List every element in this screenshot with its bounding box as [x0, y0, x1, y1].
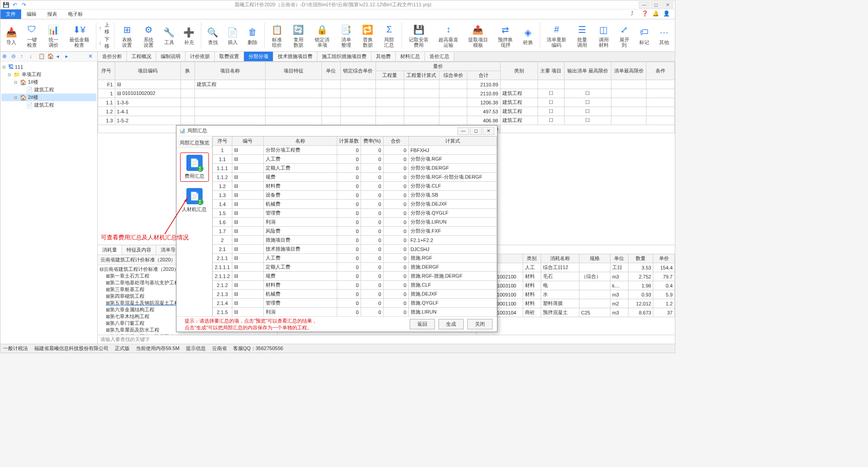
opt-fee-summary[interactable]: 📄 费用汇总: [180, 153, 209, 182]
ribbon-bid[interactable]: ◈砼换: [519, 25, 537, 46]
subtab-3[interactable]: 计价依据: [185, 52, 215, 61]
user-icon[interactable]: 👤: [663, 10, 671, 18]
menu-ebid[interactable]: 电子标: [63, 9, 88, 19]
qat-redo-icon[interactable]: ↷: [20, 1, 27, 9]
subtab-6[interactable]: 技术措施项目费: [273, 52, 317, 61]
ribbon-up[interactable]: ↑上移: [99, 22, 111, 35]
material-row[interactable]: 68021003104商砼预拌混凝土C25m38.67337: [477, 308, 675, 317]
tree-home-icon[interactable]: 🏠: [47, 53, 54, 60]
ribbon-adjmat[interactable]: ◫调用材料: [594, 22, 614, 49]
grid-row[interactable]: F1⊟ 建筑工程2110.89: [98, 80, 675, 89]
ribbon-meminst[interactable]: 💾记取安装 费用: [405, 22, 433, 49]
menu-file[interactable]: 文件: [0, 9, 21, 19]
ribbon-syscfg[interactable]: ⚙系统设置: [139, 22, 158, 49]
search-bar[interactable]: 请输入要查找的关键字: [98, 335, 675, 344]
subtab-2[interactable]: 编制说明: [156, 52, 185, 61]
notify-icon[interactable]: 🔔: [652, 10, 660, 18]
tree-b2c[interactable]: 📄建筑工程: [1, 101, 96, 109]
ribbon-down[interactable]: ↓下移: [99, 36, 111, 49]
tree-copy-icon[interactable]: 📋: [38, 53, 45, 60]
material-row[interactable]: 1人工综合工日12工日3.53154.4: [477, 263, 675, 272]
ribbon-reuse[interactable]: 🔄复用数据: [289, 22, 308, 49]
tree-up-icon[interactable]: ↑: [20, 53, 27, 60]
dialog-row[interactable]: 2⊟措施项目费000F2.1+F2.2: [213, 236, 497, 245]
dialog-close-button[interactable]: ✕: [483, 127, 494, 135]
grid-row[interactable]: 1.2 1-4-1497.53建筑工程☐☐: [98, 107, 675, 116]
tree-collapse-icon[interactable]: ▸: [65, 53, 72, 60]
ribbon-other[interactable]: ⋯其他: [655, 25, 673, 46]
bottom-tab-0[interactable]: 消耗量: [98, 245, 122, 255]
minimize-button[interactable]: —: [639, 1, 650, 9]
ribbon-import[interactable]: 📥导入: [2, 25, 20, 46]
ribbon-stdprice[interactable]: 📋标准组价: [267, 22, 287, 49]
material-row[interactable]: 43411009100材料水m30.935.9: [477, 290, 675, 299]
material-row[interactable]: 50209001100材料塑料薄膜m212.0121.2: [477, 299, 675, 308]
tree-b1c[interactable]: 📄建筑工程: [1, 86, 96, 94]
ribbon-listrenum[interactable]: #清单重新 编码: [542, 22, 570, 49]
tree-root[interactable]: ⊟🏗111: [1, 63, 96, 71]
subtab-0[interactable]: 造价分析: [98, 52, 127, 61]
ribbon-insert[interactable]: 📄插入: [224, 25, 242, 46]
ribbon-extract[interactable]: 📤提取项目 模板: [464, 22, 492, 49]
material-row[interactable]: 20411002100材料毛石（综合）m32.75279.7: [477, 272, 675, 281]
ribbon-superh[interactable]: ↕超高垂直 运输: [434, 22, 462, 49]
close-button[interactable]: ✕: [662, 1, 673, 9]
ribbon-tablecfg[interactable]: ⊞表格设置: [117, 22, 137, 49]
dialog-gen-button[interactable]: 生成: [439, 319, 464, 329]
dialog-row[interactable]: 2.1.2⊟材料费000措施.CLF: [213, 281, 497, 290]
opt-rcj-summary[interactable]: 📄 人材机汇总: [180, 186, 209, 215]
tree-expand-icon[interactable]: ◂: [56, 53, 63, 60]
subtab-10[interactable]: 造价汇总: [425, 52, 454, 61]
dialog-row[interactable]: 2.1.1.1⊟定额人工费000措施.DERGF: [213, 263, 497, 272]
dialog-row[interactable]: 2.1⊟技术措施项目费000DJCSHJ: [213, 245, 497, 254]
ribbon-mark[interactable]: 🏷标记: [635, 25, 653, 46]
bottom-tab-1[interactable]: 特征及内容: [122, 245, 156, 255]
ribbon-find[interactable]: 🔍查找: [204, 25, 222, 46]
ribbon-tool[interactable]: 🔧工具: [160, 25, 178, 46]
subtab-7[interactable]: 施工组织措施项目费: [317, 52, 371, 61]
grid-row[interactable]: 1.1 1-3-61206.38建筑工程☐☐: [98, 98, 675, 107]
ribbon-locklist[interactable]: 🔒锁定清 单项: [310, 22, 335, 49]
ribbon-adjust[interactable]: 📊统一调价: [44, 22, 63, 49]
menu-edit[interactable]: 编辑: [21, 9, 42, 19]
tree-add-icon[interactable]: ⊕: [2, 53, 9, 60]
ribbon-partial[interactable]: Σ局部汇总: [380, 22, 399, 49]
subtab-4[interactable]: 取费设置: [215, 52, 244, 61]
ribbon-batchadj[interactable]: ☰批量调用: [572, 22, 592, 49]
ribbon-listarr[interactable]: 📑清单整理: [336, 22, 356, 49]
settings-icon[interactable]: ❓: [642, 10, 650, 18]
dialog-row[interactable]: 1.2⊟材料费000分部分项.CLF: [213, 182, 497, 191]
dialog-row[interactable]: 1.1⊟人工费000分部分项.RGF: [213, 155, 497, 164]
subtab-1[interactable]: 工程概况: [127, 52, 156, 61]
ribbon-replace[interactable]: 🔁普换数据: [358, 22, 378, 49]
dialog-row[interactable]: 1.3⊟设备费000分部分项.SB: [213, 191, 497, 200]
tree-b2[interactable]: ⊟🏠2#楼: [1, 94, 96, 101]
dialog-row[interactable]: 1.5⊟管理费000分部分项.QYGLF: [213, 209, 497, 218]
dialog-close-button2[interactable]: 关闭: [467, 319, 493, 329]
material-row[interactable]: 33411003100材料电k…1.980.4: [477, 281, 675, 290]
dialog-row[interactable]: 2.1.4⊟管理费000措施.QYGLF: [213, 299, 497, 308]
subtab-8[interactable]: 其他费: [371, 52, 396, 61]
subtab-9[interactable]: 材料汇总: [396, 52, 425, 61]
tree-down-icon[interactable]: ↓: [29, 53, 36, 60]
dialog-row[interactable]: 1.1.2⊟规费000分部分项.RGF-分部分项.DERGF: [213, 173, 497, 182]
dialog-max-button[interactable]: ◻: [470, 127, 482, 135]
qat-save-icon[interactable]: 💾: [2, 1, 9, 9]
tree-b1[interactable]: ⊟🏠1#楼: [1, 78, 96, 86]
qat-undo-icon[interactable]: ↶: [11, 1, 18, 9]
dialog-row[interactable]: 2.1.5⊟利润000措施.LIRUN: [213, 308, 497, 317]
dialog-min-button[interactable]: —: [457, 127, 469, 135]
grid-row[interactable]: 1.3 1-5-2406.98建筑工程☐☐: [98, 116, 675, 125]
menu-report[interactable]: 报表: [42, 9, 63, 19]
dialog-row[interactable]: 1.6⊟利润000分部分项.LIRUN: [213, 218, 497, 227]
dialog-row[interactable]: 1.1.1⊟定额人工费000分部分项.DERGF: [213, 164, 497, 173]
dialog-row[interactable]: 1.4⊟机械费000分部分项.DEJXF: [213, 200, 497, 209]
help-icon[interactable]: ⤴: [631, 10, 639, 18]
dialog-row[interactable]: 2.1.1.2⊟规费000措施.RGF-措施.DERGF: [213, 272, 497, 281]
ribbon-expand[interactable]: ⤢展开到: [615, 22, 633, 49]
dialog-row[interactable]: 2.1.1⊟人工费000措施.RGF: [213, 254, 497, 263]
tree-sub[interactable]: ⊟📁单项工程: [1, 71, 96, 78]
ribbon-check[interactable]: 🛡一键检查: [22, 22, 42, 49]
tree-del-icon[interactable]: ⊖: [11, 53, 18, 60]
ribbon-mincheck[interactable]: ⬇¥最低金额 检查: [65, 22, 93, 49]
